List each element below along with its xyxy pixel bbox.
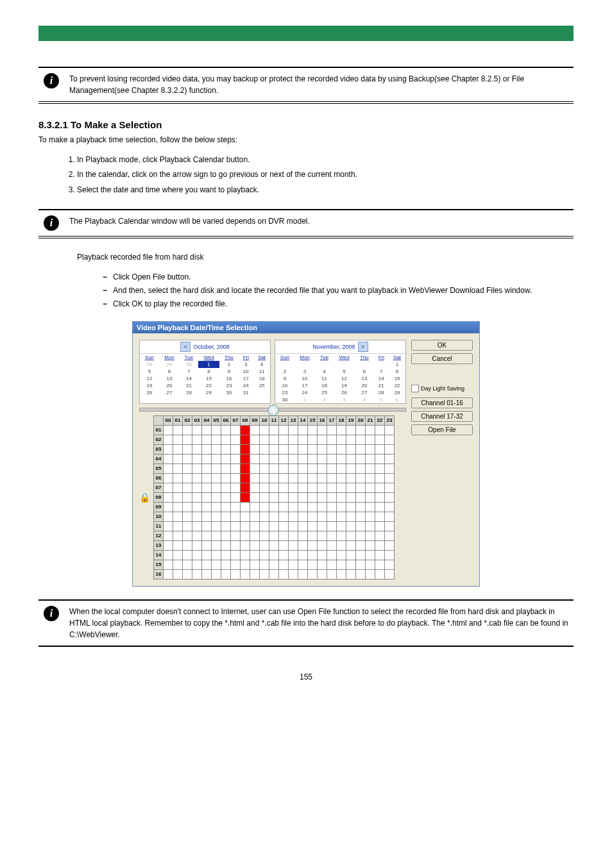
- calendar-header-left: < October, 2008: [140, 340, 270, 354]
- section-text-2: Playback recorded file from hard disk: [38, 251, 574, 263]
- info-note-1: i To prevent losing recorded video data,…: [38, 67, 574, 104]
- calendar-header-right: November, 2008 >: [275, 340, 405, 354]
- daylight-saving-checkbox[interactable]: Day Light Saving: [411, 385, 473, 392]
- info-text-3: When the local computer doesn't connect …: [64, 606, 574, 640]
- lock-icon: 🔒: [139, 492, 153, 503]
- calendar-left[interactable]: < October, 2008 SunMonTueWedThuFriSat282…: [139, 340, 271, 404]
- next-month-button[interactable]: >: [358, 342, 368, 352]
- header-bar: [38, 26, 574, 41]
- page-number: 155: [38, 672, 574, 681]
- screenshot: Video Playback Date/Time Selection < Oct…: [38, 321, 574, 587]
- open-file-button[interactable]: Open File: [411, 424, 473, 435]
- prev-month-button[interactable]: <: [180, 342, 191, 352]
- step-item: In Playback mode, click Playback Calenda…: [77, 154, 574, 166]
- calendar-right[interactable]: November, 2008 > SunMonTueWedThuFriSat12…: [275, 340, 406, 404]
- daylight-label: Day Light Saving: [421, 385, 464, 392]
- channel-17-32-button[interactable]: Channel 17-32: [411, 411, 473, 422]
- step-item: Select the date and time where you want …: [77, 184, 574, 196]
- step-item: In the calendar, click on the arrow sign…: [77, 169, 574, 181]
- info-note-3: i When the local computer doesn't connec…: [38, 599, 574, 647]
- info-note-2: i The Playback Calendar window will be v…: [38, 209, 574, 238]
- bullet-list: Click Open File button. And then, select…: [38, 271, 574, 311]
- info-icon-wrap: i: [38, 215, 64, 231]
- section-text-1: To make a playback time selection, follo…: [38, 134, 574, 146]
- info-icon-wrap: i: [38, 73, 64, 88]
- channel-1-16-button[interactable]: Channel 01-16: [411, 397, 473, 408]
- info-icon-wrap: i: [38, 606, 64, 621]
- ok-button[interactable]: OK: [411, 340, 473, 351]
- section-heading-1: 8.3.2.1 To Make a Selection: [38, 119, 574, 130]
- cancel-button[interactable]: Cancel: [411, 353, 473, 364]
- bullet-item: Click Open File button.: [103, 271, 574, 283]
- numbered-steps: In Playback mode, click Playback Calenda…: [38, 154, 574, 196]
- hour-channel-grid[interactable]: 0001020304050607080910111213141516171819…: [153, 415, 395, 580]
- bullet-item: And then, select the hard disk and locat…: [103, 285, 574, 297]
- slider-thumb[interactable]: [268, 405, 279, 416]
- month-label: October, 2008: [193, 344, 230, 350]
- dialog-title: Video Playback Date/Time Selection: [133, 322, 479, 333]
- info-text-2: The Playback Calendar window will be var…: [64, 215, 574, 227]
- info-icon: i: [44, 215, 59, 231]
- time-slider[interactable]: [139, 408, 406, 412]
- info-icon: i: [44, 73, 59, 88]
- info-icon: i: [44, 606, 59, 621]
- info-text-1: To prevent losing recorded video data, y…: [64, 73, 574, 96]
- bullet-item: Click OK to play the recorded file.: [103, 298, 574, 310]
- playback-dialog: Video Playback Date/Time Selection < Oct…: [132, 321, 480, 587]
- month-label: November, 2008: [312, 344, 355, 350]
